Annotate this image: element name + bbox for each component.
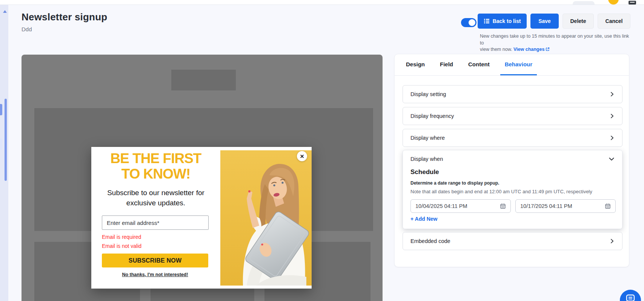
page-title: Newsletter signup	[22, 11, 107, 23]
delete-label: Delete	[570, 18, 586, 24]
cancel-label: Cancel	[606, 18, 623, 24]
newsletter-popup-preview: BE THE FIRST TO KNOW! Subscribe to our n…	[91, 147, 312, 289]
calendar-icon[interactable]	[605, 203, 611, 209]
popup-close-button[interactable]: ✕	[297, 151, 307, 161]
calendar-icon[interactable]	[500, 203, 506, 209]
date-start-input[interactable]: 10/04/2025 04:11 PM	[410, 199, 511, 213]
placeholder-logo-block	[171, 70, 236, 90]
popup-headline-line1: BE THE FIRST	[111, 151, 201, 166]
accordion-label: Display frequency	[410, 113, 454, 119]
note-line2: view them now.	[480, 47, 512, 52]
back-to-list-label: Back to list	[493, 18, 521, 24]
schedule-note: Note that all dates begin and end at 12:…	[410, 189, 592, 194]
add-new-link[interactable]: + Add New	[410, 216, 437, 222]
popup-image	[220, 150, 312, 286]
tab-design[interactable]: Design	[401, 54, 429, 75]
accordion-display-setting[interactable]: Display setting	[403, 85, 622, 103]
chat-fab-button[interactable]	[620, 290, 641, 301]
dismiss-link[interactable]: No thanks, I'm not interested!	[102, 272, 208, 277]
rail-indicator	[0, 139, 2, 150]
accordion-display-frequency[interactable]: Display frequency	[403, 107, 622, 125]
left-rail	[0, 5, 8, 301]
view-changes-link[interactable]: View changes	[513, 47, 550, 52]
tab-behaviour[interactable]: Behaviour	[500, 54, 537, 75]
save-label: Save	[538, 18, 551, 24]
tab-content[interactable]: Content	[464, 54, 494, 75]
error-email-invalid: Email is not valid	[102, 243, 141, 249]
email-input[interactable]	[102, 215, 209, 230]
accordion-label: Display setting	[410, 91, 446, 97]
date-start-value: 10/04/2025 04:11 PM	[415, 203, 467, 209]
list-icon	[484, 18, 490, 24]
error-email-required: Email is required	[102, 234, 141, 240]
subscribe-button[interactable]: SUBSCRIBE NOW	[102, 254, 208, 267]
scroll-up-icon[interactable]	[3, 10, 7, 13]
schedule-title: Schedule	[410, 168, 439, 176]
chevron-down-icon	[609, 156, 615, 162]
save-button[interactable]: Save	[530, 14, 559, 29]
toolbar-icon[interactable]	[629, 1, 636, 5]
top-bar-pill	[573, 1, 595, 5]
popup-subtitle: Subscribe to our newsletter for exclusiv…	[99, 188, 212, 208]
scrollbar-thumb[interactable]	[5, 99, 7, 181]
chevron-right-icon	[609, 238, 615, 244]
chevron-right-icon	[609, 135, 615, 141]
rail-active-indicator	[0, 104, 2, 115]
popup-headline-line2: TO KNOW!	[121, 166, 190, 182]
publish-note: New changes take up to 15 minutes to app…	[480, 33, 632, 53]
popup-headline: BE THE FIRST TO KNOW!	[92, 151, 220, 182]
publish-toggle[interactable]	[461, 18, 476, 27]
tab-field[interactable]: Field	[435, 54, 458, 75]
accordion-embedded-code[interactable]: Embedded code	[403, 232, 622, 250]
chevron-right-icon	[609, 92, 615, 97]
top-bar	[0, 0, 644, 5]
external-link-icon	[546, 47, 550, 53]
app-window: Newsletter signup Ddd Back to list Save …	[0, 0, 644, 301]
woman-pointing-photo	[220, 150, 312, 286]
chat-icon	[625, 294, 636, 301]
settings-panel: Design Field Content Behaviour Display s…	[394, 54, 629, 267]
schedule-description: Determine a date range to display popup.	[410, 180, 499, 186]
view-changes-label: View changes	[513, 47, 544, 52]
popup-content-area: BE THE FIRST TO KNOW! Subscribe to our n…	[91, 147, 220, 289]
date-end-input[interactable]: 10/17/2025 04:11 PM	[515, 199, 616, 213]
back-to-list-button[interactable]: Back to list	[478, 14, 527, 29]
settings-tabs: Design Field Content Behaviour	[395, 54, 629, 76]
accordion-label: Embedded code	[410, 238, 450, 244]
close-icon: ✕	[300, 153, 304, 159]
accordion-display-when-expanded: Display when Schedule Determine a date r…	[403, 150, 622, 229]
date-end-value: 10/17/2025 04:11 PM	[520, 203, 572, 209]
accordion-display-when-header[interactable]: Display when	[403, 150, 622, 168]
delete-button[interactable]: Delete	[563, 14, 594, 29]
avatar[interactable]	[608, 0, 619, 5]
chevron-right-icon	[609, 113, 615, 119]
toggle-knob	[469, 19, 475, 26]
accordion-label: Display when	[410, 156, 443, 162]
accordion-display-where[interactable]: Display where	[403, 129, 622, 147]
accordion-label: Display where	[410, 135, 445, 141]
cancel-button[interactable]: Cancel	[598, 14, 630, 29]
page-subtitle: Ddd	[22, 26, 32, 32]
note-line1: New changes take up to 15 minutes to app…	[480, 34, 629, 46]
